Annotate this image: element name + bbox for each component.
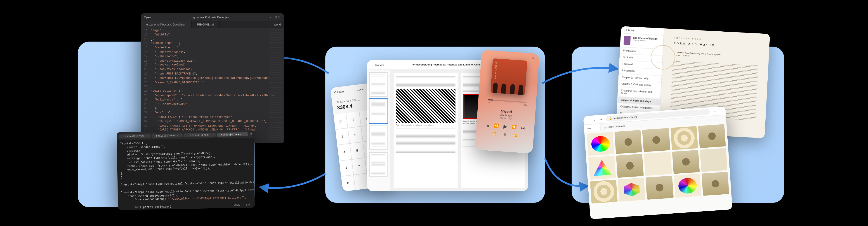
terminal-window[interactable]: tobias@libram:~ tobias@libram:~ tobias@l…	[117, 130, 255, 210]
image-gallery	[587, 124, 729, 204]
editor-tabs[interactable]: org.gnome.Podcasts.Devel.json README.md …	[141, 21, 284, 28]
calc-mode[interactable]: Basic	[356, 87, 364, 91]
calc-key-4[interactable]: 4	[337, 144, 351, 160]
minimap[interactable]	[269, 29, 283, 140]
calc-key-.[interactable]: .	[354, 174, 368, 190]
rewind-icon[interactable]: ⏪	[494, 123, 499, 128]
book-cover	[624, 36, 631, 45]
calc-key-([interactable]: (	[346, 111, 360, 128]
papers-app-label: Papers	[375, 63, 384, 66]
arrow-center-to-left-bottom	[256, 169, 328, 197]
time-remaining: -4:23	[523, 104, 528, 106]
music-player-window[interactable]: ✕ つめたい よ る に 1:05 -4:23 Sweet Little Dra…	[475, 50, 539, 154]
calc-key-1[interactable]: 1	[339, 160, 353, 176]
term-tab-4[interactable]: tobias@libram:~	[217, 132, 248, 136]
menu-icon[interactable]: ⋮	[719, 108, 723, 113]
browser-viewport[interactable]	[584, 122, 733, 219]
browser-window[interactable]: ‹ › ⟳ 🔒 publicdomainreview.org ☆ ⋮ PW ps…	[583, 106, 733, 219]
gallery-tile[interactable]	[644, 152, 672, 176]
play-icon[interactable]: ▶	[503, 124, 507, 129]
page-thumbnail[interactable]	[369, 152, 388, 177]
calc-key-C[interactable]: C	[333, 113, 347, 129]
gallery-tile[interactable]	[646, 176, 674, 199]
calc-key-7[interactable]: 7	[336, 128, 349, 145]
terminal-close-icon[interactable]: ×	[250, 132, 252, 136]
window-controls[interactable]: ▭ ⊡ ✕	[270, 15, 281, 19]
gallery-tile[interactable]	[698, 124, 726, 148]
line-gutter: 1112131415161718192021222324252627282930…	[141, 29, 151, 133]
bookmark-icon[interactable]: ☆	[712, 109, 717, 114]
album-text: つめたい よ る に	[494, 61, 498, 78]
gallery-tile[interactable]	[616, 154, 644, 178]
open-button[interactable]: Open	[144, 15, 151, 19]
gallery-tile[interactable]	[643, 128, 670, 152]
editor-body[interactable]: 1112131415161718192021222324252627282930…	[141, 28, 284, 134]
calc-key-2[interactable]: 2	[352, 158, 366, 175]
next-track-icon[interactable]: ⏭	[521, 126, 525, 130]
page-thumbnail[interactable]	[369, 99, 388, 123]
calc-key-5[interactable]: 5	[350, 143, 364, 159]
forward-icon[interactable]: ›	[592, 117, 597, 122]
gallery-tile[interactable]	[700, 148, 727, 172]
gallery-tile[interactable]	[702, 172, 729, 196]
queue-icon[interactable]: ☰	[504, 133, 506, 136]
term-tab-3[interactable]: tobias@libram:~	[184, 133, 215, 137]
term-tab-2[interactable]: tobias@libram:~	[151, 133, 183, 138]
shuffle-icon[interactable]: 🔀	[493, 132, 496, 136]
track-album: Season High	[500, 116, 513, 120]
figure-caption: Figure 1. A bit rendering of the booklet…	[396, 124, 456, 126]
gallery-tile[interactable]	[672, 150, 700, 174]
gallery-tile[interactable]	[615, 130, 643, 154]
code-content[interactable]: "tags" : [ "nightly"],"finish-args" : [ …	[151, 29, 284, 133]
calc-undo-button[interactable]: ↶ Undo	[334, 90, 344, 94]
repeat-icon[interactable]: 🔁	[514, 133, 517, 137]
gallery-tile[interactable]	[674, 174, 702, 197]
lock-icon: 🔒	[609, 117, 612, 120]
tab-readme[interactable]: README.md	[192, 21, 220, 28]
terminal-body[interactable]: "rust-kw">Self { sender: sender.clone(),…	[117, 138, 255, 210]
player-controls: ⏮ ⏪ ▶ ⏩ ⏭	[486, 122, 525, 131]
reload-icon[interactable]: ⟳	[599, 117, 603, 121]
forward-icon[interactable]: ⏩	[512, 125, 517, 129]
album-art[interactable]: つめたい よ る に	[491, 58, 527, 95]
gallery-tile[interactable]	[670, 126, 698, 150]
calc-key-8[interactable]: 8	[348, 127, 362, 143]
term-tab-1[interactable]: tobias@libram:~	[119, 134, 150, 138]
page-thumbnail[interactable]	[369, 125, 388, 150]
terminal-status: 79,1 14%	[234, 203, 250, 206]
editor-right-label: World	[270, 23, 284, 26]
page-thumbnail[interactable]	[369, 72, 388, 97]
tab-json[interactable]: org.gnome.Podcasts.Devel.json	[141, 21, 191, 28]
editor-titlebar[interactable]: Open org.gnome.Podcasts.Devel.json ▭ ⊡ ✕	[141, 13, 284, 21]
pdf-page-left: Figure 1. A bit rendering of the booklet…	[394, 73, 458, 188]
prev-track-icon[interactable]: ⏮	[486, 123, 490, 127]
close-icon[interactable]: ✕	[532, 56, 536, 61]
gallery-tile[interactable]	[588, 156, 616, 180]
back-icon[interactable]: ‹	[586, 118, 590, 122]
track-title: Sweet	[501, 109, 512, 114]
gallery-tile[interactable]	[590, 180, 618, 203]
sidebar-toggle-icon[interactable]: ☰	[370, 63, 373, 66]
code-editor-window[interactable]: Open org.gnome.Podcasts.Devel.json ▭ ⊡ ✕…	[141, 13, 284, 143]
gallery-tile[interactable]	[618, 178, 646, 201]
time-elapsed: 1:05	[487, 101, 490, 104]
gallery-tile[interactable]	[587, 132, 614, 156]
editor-title: org.gnome.Podcasts.Devel.json	[191, 15, 230, 19]
epigraph: "Design is the method of putting form an…	[673, 51, 759, 62]
thumbnail-sidebar[interactable]	[367, 70, 391, 191]
